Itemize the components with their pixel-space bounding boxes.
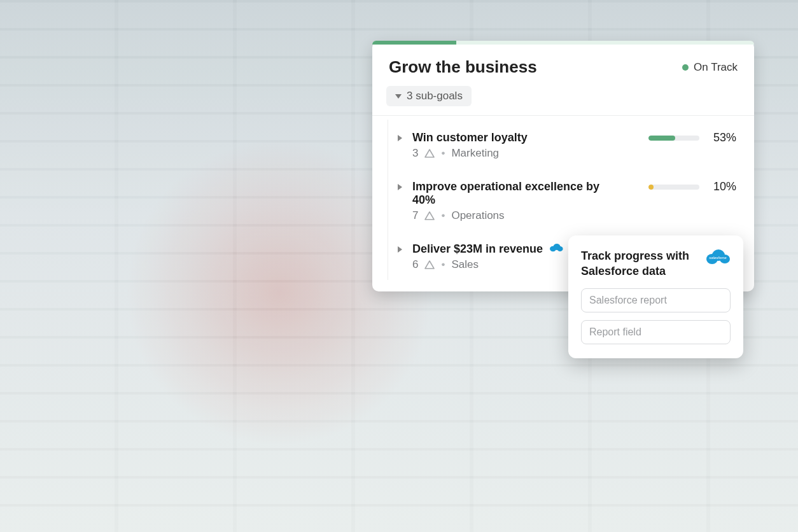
status-label: On Track (694, 61, 738, 74)
goal-card-header: Grow the business On Track (372, 45, 754, 86)
dot-separator-icon: • (441, 209, 445, 222)
subgoal-count: 3 (412, 147, 418, 160)
progress-percent: 53% (708, 131, 736, 144)
chevron-right-icon (398, 135, 402, 141)
progress-bar (648, 136, 699, 141)
chevron-right-icon (398, 246, 402, 253)
background-photo: Grow the business On Track 3 sub-goals W… (0, 0, 798, 532)
subgoal-team: Operations (451, 209, 504, 222)
svg-text:salesforce: salesforce (709, 256, 727, 260)
subgoal-count: 7 (412, 209, 418, 222)
salesforce-report-input[interactable] (581, 288, 731, 312)
goal-count-icon (424, 211, 435, 220)
subgoal-count: 6 (412, 258, 418, 271)
status-badge: On Track (682, 61, 738, 74)
salesforce-icon (549, 242, 563, 256)
progress-percent: 10% (708, 180, 736, 193)
subgoals-label: 3 sub-goals (407, 90, 463, 102)
salesforce-logo-icon: salesforce (705, 248, 731, 269)
dot-separator-icon: • (441, 147, 445, 160)
subgoal-main: Improve operational excellence by 40% 7 … (412, 180, 624, 222)
progress-bar (648, 185, 699, 190)
subgoal-title: Improve operational excellence by 40% (412, 180, 624, 207)
subgoal-meta: 3 • Marketing (412, 147, 624, 160)
subgoal-progress: 53% (634, 131, 736, 144)
svg-point-2 (557, 246, 563, 251)
subgoal-main: Win customer loyalty 3 • Marketing (412, 131, 624, 160)
popover-title: Track progress with Salesforce data (581, 248, 699, 279)
subgoals-toggle[interactable]: 3 sub-goals (386, 86, 472, 106)
subgoal-row[interactable]: Improve operational excellence by 40% 7 … (372, 169, 754, 231)
subgoal-team: Marketing (451, 147, 499, 160)
subgoal-row[interactable]: Win customer loyalty 3 • Marketing 53% (372, 120, 754, 169)
goal-count-icon (424, 260, 435, 269)
subgoal-team: Sales (451, 258, 479, 271)
status-dot-icon (682, 64, 689, 71)
subgoal-title: Deliver $23M in revenue (412, 242, 543, 256)
subgoal-title: Win customer loyalty (412, 131, 528, 144)
subgoal-meta: 7 • Operations (412, 209, 624, 222)
chevron-right-icon (398, 184, 402, 190)
dot-separator-icon: • (441, 258, 445, 271)
subgoal-progress: 10% (634, 180, 736, 193)
goal-count-icon (424, 149, 435, 158)
chevron-down-icon (395, 94, 402, 99)
salesforce-popover: Track progress with Salesforce data sale… (568, 235, 743, 358)
goal-title: Grow the business (389, 57, 537, 77)
report-field-input[interactable] (581, 320, 731, 344)
